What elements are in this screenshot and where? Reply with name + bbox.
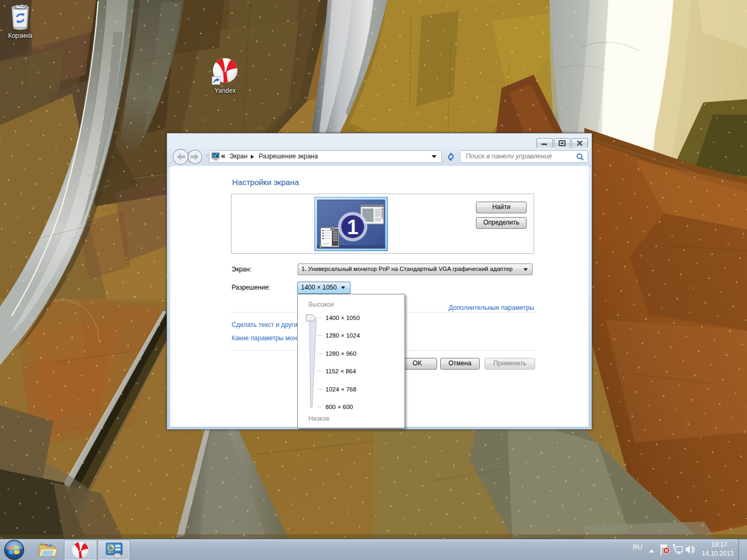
svg-text:1: 1 [347, 216, 358, 238]
